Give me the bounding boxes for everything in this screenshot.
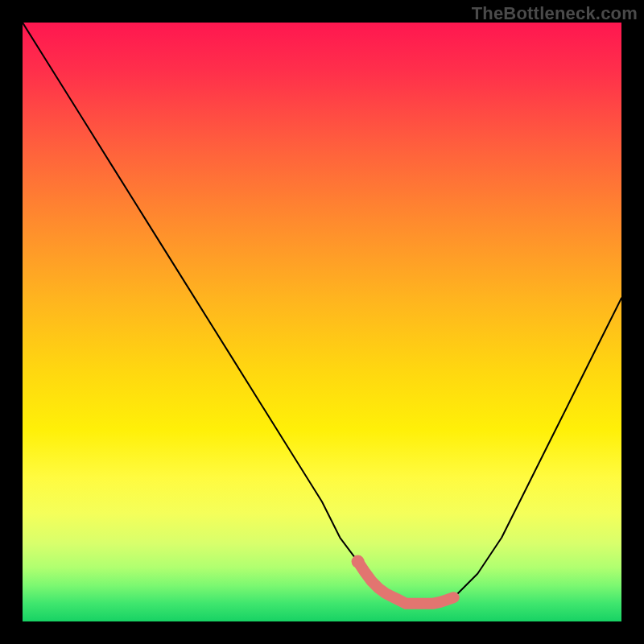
bottleneck-curve (23, 23, 621, 604)
optimal-zone-dot (352, 555, 365, 568)
plot-area (23, 23, 621, 621)
chart-frame: TheBottleneck.com (0, 0, 644, 644)
watermark-text: TheBottleneck.com (472, 3, 638, 24)
optimal-zone-highlight (358, 562, 454, 604)
curve-layer (23, 23, 621, 621)
